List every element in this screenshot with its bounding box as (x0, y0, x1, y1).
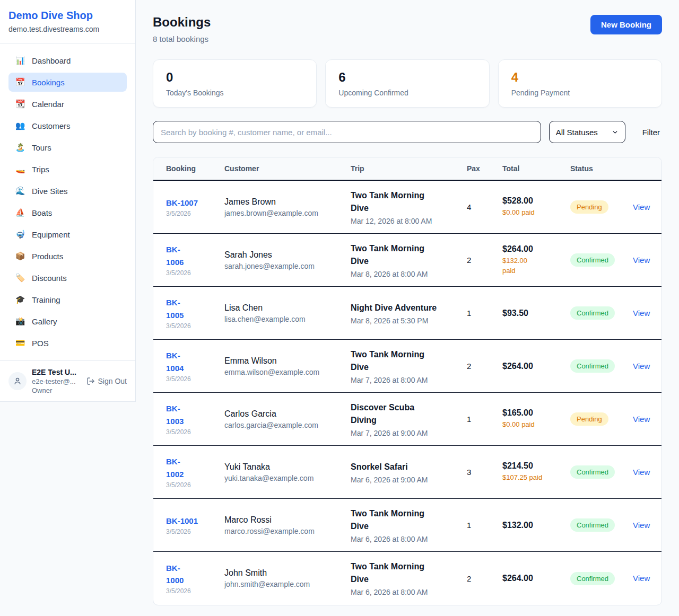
sidebar-item-discounts[interactable]: 🏷️ Discounts (8, 268, 127, 287)
new-booking-button[interactable]: New Booking (590, 15, 662, 34)
trip-cell: Two Tank Morning Dive Mar 7, 2026 at 8:0… (351, 348, 467, 384)
sidebar-item-dashboard[interactable]: 📊 Dashboard (8, 51, 127, 70)
customer-email: james.brown@example.com (224, 209, 343, 217)
status-cell: Confirmed (570, 518, 633, 532)
status-cell: Pending (570, 412, 633, 426)
booking-link[interactable]: BK-1001 (166, 515, 198, 527)
customer-cell: Lisa Chen lisa.chen@example.com (224, 303, 351, 323)
status-filter-select[interactable]: All Statuses (549, 121, 625, 143)
avatar (8, 372, 27, 390)
status-cell: Confirmed (570, 253, 633, 267)
sidebar-item-training[interactable]: 🎓 Training (8, 290, 127, 309)
booking-link[interactable]: BK- 1004 (166, 349, 184, 374)
table-row: BK- 1000 3/5/2026 John Smith john.smith@… (153, 552, 661, 605)
stat-card-pending-payment: 4 Pending Payment (498, 59, 662, 108)
page-subtitle: 8 total bookings (153, 34, 211, 43)
customer-cell: Sarah Jones sarah.jones@example.com (224, 250, 351, 270)
booking-link[interactable]: BK- 1006 (166, 243, 184, 268)
sidebar-item-boats[interactable]: ⛵ Boats (8, 203, 127, 222)
view-link[interactable]: View (633, 203, 650, 212)
trip-datetime: Mar 7, 2026 at 9:00 AM (351, 429, 459, 437)
booking-date: 3/5/2026 (166, 269, 217, 277)
trip-datetime: Mar 8, 2026 at 5:30 PM (351, 316, 459, 325)
user-icon (13, 376, 22, 386)
sidebar-item-dive-sites[interactable]: 🌊 Dive Sites (8, 181, 127, 200)
trips-icon: 🚤 (15, 164, 25, 174)
view-link[interactable]: View (633, 256, 650, 265)
customer-name: Carlos Garcia (224, 409, 343, 419)
customer-name: James Brown (224, 197, 343, 207)
column-header-total: Total (502, 164, 570, 173)
booking-date: 3/5/2026 (166, 528, 217, 535)
view-link[interactable]: View (633, 468, 650, 477)
booking-link[interactable]: BK-1007 (166, 197, 198, 209)
nav-label: Bookings (32, 78, 65, 87)
customer-email: carlos.garcia@example.com (224, 421, 343, 429)
sidebar-item-customers[interactable]: 👥 Customers (8, 116, 127, 135)
trip-datetime: Mar 6, 2026 at 9:00 AM (351, 476, 459, 484)
view-link[interactable]: View (633, 415, 650, 424)
view-link[interactable]: View (633, 574, 650, 583)
sidebar-nav: 📊 Dashboard 📅 Bookings 📆 Calendar 👥 Cust… (0, 43, 135, 360)
bookings-icon: 📅 (15, 77, 25, 87)
sidebar-item-bookings[interactable]: 📅 Bookings (8, 73, 127, 92)
nav-label: Boats (32, 208, 52, 217)
trip-cell: Two Tank Morning Dive Mar 6, 2026 at 8:0… (351, 507, 467, 543)
booking-cell: BK-1001 3/5/2026 (166, 515, 224, 535)
status-cell: Confirmed (570, 359, 633, 373)
column-header-pax: Pax (467, 164, 502, 173)
table-row: BK- 1002 3/5/2026 Yuki Tanaka yuki.tanak… (153, 446, 661, 499)
trip-datetime: Mar 8, 2026 at 8:00 AM (351, 270, 459, 278)
sign-out-button[interactable]: Sign Out (86, 377, 127, 385)
actions-cell: View (633, 203, 657, 212)
pax-value: 1 (467, 309, 502, 318)
booking-cell: BK- 1002 3/5/2026 (166, 455, 224, 489)
sidebar-item-products[interactable]: 📦 Products (8, 247, 127, 266)
customer-name: Lisa Chen (224, 303, 343, 313)
trip-name: Two Tank Morning Dive (351, 242, 459, 268)
actions-cell: View (633, 256, 657, 265)
column-header-trip: Trip (351, 164, 467, 173)
customer-email: emma.wilson@example.com (224, 368, 343, 376)
booking-cell: BK- 1005 3/5/2026 (166, 296, 224, 330)
table-row: BK- 1006 3/5/2026 Sarah Jones sarah.jone… (153, 234, 661, 287)
actions-cell: View (633, 415, 657, 424)
bookings-table: Booking Customer Trip Pax Total Status B… (153, 157, 662, 605)
nav-label: Tours (32, 143, 51, 152)
customer-email: sarah.jones@example.com (224, 262, 343, 270)
booking-date: 3/5/2026 (166, 428, 217, 436)
column-header-customer: Customer (224, 164, 351, 173)
pos-icon: 💳 (15, 338, 25, 348)
view-link[interactable]: View (633, 309, 650, 318)
sidebar-item-tours[interactable]: 🏝️ Tours (8, 138, 127, 157)
booking-link[interactable]: BK- 1002 (166, 455, 184, 480)
status-badge: Confirmed (570, 465, 615, 479)
paid-amount: $0.00 paid (502, 420, 563, 429)
sidebar-item-pos[interactable]: 💳 POS (8, 333, 127, 353)
total-amount: $264.00 (502, 244, 563, 254)
trip-name: Night Dive Adventure (351, 302, 459, 314)
filter-button[interactable]: Filter (642, 128, 660, 137)
sidebar-item-gallery[interactable]: 📸 Gallery (8, 312, 127, 331)
dashboard-icon: 📊 (15, 56, 25, 65)
booking-cell: BK- 1003 3/5/2026 (166, 402, 224, 436)
user-name: E2E Test U... (32, 368, 76, 376)
booking-link[interactable]: BK- 1005 (166, 296, 184, 321)
view-link[interactable]: View (633, 521, 650, 530)
trip-datetime: Mar 7, 2026 at 8:00 AM (351, 376, 459, 384)
booking-date: 3/5/2026 (166, 587, 217, 595)
booking-link[interactable]: BK- 1003 (166, 402, 184, 427)
status-cell: Pending (570, 200, 633, 214)
sidebar-item-calendar[interactable]: 📆 Calendar (8, 94, 127, 113)
customer-cell: Yuki Tanaka yuki.tanaka@example.com (224, 462, 351, 482)
pax-value: 2 (467, 362, 502, 371)
search-input[interactable] (153, 121, 541, 143)
sidebar-item-trips[interactable]: 🚤 Trips (8, 160, 127, 179)
booking-link[interactable]: BK- 1000 (166, 562, 184, 587)
equipment-icon: 🤿 (15, 230, 25, 239)
nav-label: POS (32, 339, 49, 348)
actions-cell: View (633, 468, 657, 477)
view-link[interactable]: View (633, 362, 650, 371)
booking-date: 3/5/2026 (166, 481, 217, 489)
sidebar-item-equipment[interactable]: 🤿 Equipment (8, 225, 127, 244)
